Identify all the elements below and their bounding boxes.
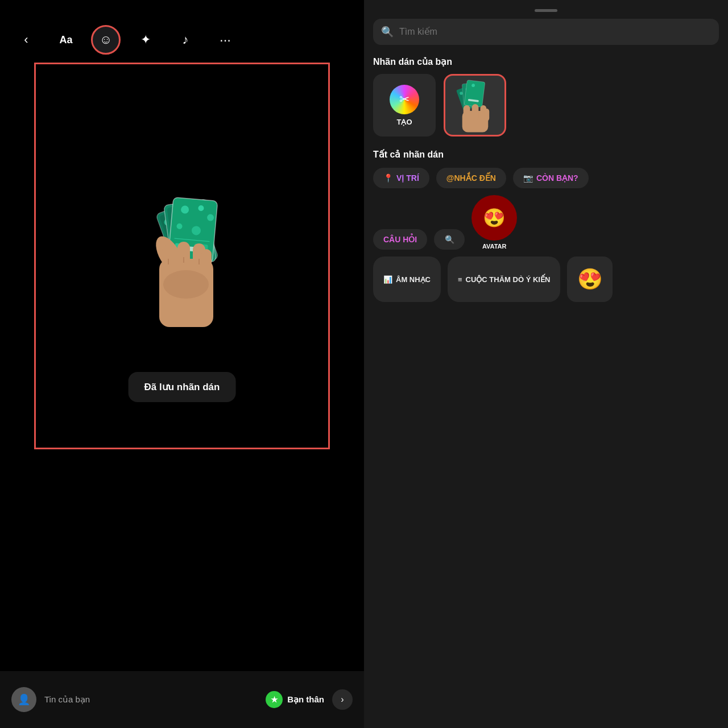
search-bar[interactable]: 🔍 xyxy=(373,19,719,45)
more-icon: ··· xyxy=(220,32,231,48)
music-icon-chip: 📊 xyxy=(383,275,392,284)
sticker-row-1: 📍 VỊ TRÍ @NHẮC ĐẾN 📷 CÒN BẠN? xyxy=(373,168,719,188)
main-image-area: Đã lưu nhãn dán xyxy=(34,63,330,449)
friend-label: CÒN BẠN? xyxy=(536,173,578,183)
emoji-sticker[interactable]: 😍 xyxy=(567,257,613,302)
search-input[interactable] xyxy=(399,27,711,37)
arrow-button[interactable]: › xyxy=(332,689,353,710)
poll-sticker[interactable]: CÂU HỎI xyxy=(373,229,427,250)
search-sticker[interactable]: 🔍 xyxy=(434,229,465,250)
text-button[interactable]: Aa xyxy=(51,25,81,55)
friend-icon: ★ xyxy=(266,691,283,708)
survey-icon: ≡ xyxy=(458,275,462,284)
back-icon: ‹ xyxy=(24,32,28,47)
location-label: VỊ TRÍ xyxy=(396,173,419,183)
all-stickers-title: Tất cả nhãn dán xyxy=(364,147,728,168)
bottom-bar: 👤 Tin của bạn ★ Bạn thân › xyxy=(0,671,364,728)
hand-cards-svg xyxy=(108,171,256,341)
saved-notification: Đã lưu nhãn dán xyxy=(129,372,236,402)
back-button[interactable]: ‹ xyxy=(11,25,41,55)
svg-rect-56 xyxy=(472,104,479,121)
friend-icon-chip: 📷 xyxy=(523,173,533,183)
svg-rect-55 xyxy=(464,105,470,121)
music-label: ÂM NHẠC xyxy=(396,275,431,284)
text-icon: Aa xyxy=(59,34,72,46)
arrow-icon: › xyxy=(341,694,344,705)
sticker-row-3: 📊 ÂM NHẠC ≡ CUỘC THĂM DÒ Ý KIẾN 😍 xyxy=(373,257,719,302)
sticker-icon: ☺ xyxy=(100,32,112,47)
poll-label: CÂU HỎI xyxy=(383,235,417,244)
music-sticker[interactable]: 📊 ÂM NHẠC xyxy=(373,257,441,302)
your-stickers-title: Nhãn dán của bạn xyxy=(364,54,728,74)
mention-label: @NHẮC ĐẾN xyxy=(446,173,496,183)
more-button[interactable]: ··· xyxy=(210,25,240,55)
create-icon: ✂ xyxy=(390,85,419,114)
music-icon: ♪ xyxy=(183,32,189,47)
svg-rect-58 xyxy=(484,108,489,121)
music-button[interactable]: ♪ xyxy=(171,25,200,55)
svg-rect-51 xyxy=(464,80,485,107)
sticker-panel: 🔍 Nhãn dán của bạn ✂ TẠO xyxy=(364,0,728,728)
effects-button[interactable]: ✦ xyxy=(131,25,160,55)
sticker-row-2: CÂU HỎI 🔍 😍 AVATAR xyxy=(373,195,719,250)
panel-handle xyxy=(535,9,557,12)
create-label: TẠO xyxy=(396,118,412,126)
avatar-container: 😍 AVATAR xyxy=(471,195,517,250)
sticker-thumb-inner xyxy=(445,76,504,135)
best-friend-button[interactable]: ★ Bạn thân xyxy=(266,691,324,708)
location-sticker[interactable]: 📍 VỊ TRÍ xyxy=(373,168,429,188)
search-chip-icon: 🔍 xyxy=(445,235,454,244)
avatar-sticker[interactable]: 😍 xyxy=(471,195,517,241)
mention-sticker[interactable]: @NHẮC ĐẾN xyxy=(436,168,506,188)
survey-sticker[interactable]: ≡ CUỘC THĂM DÒ Ý KIẾN xyxy=(448,257,560,302)
effects-icon: ✦ xyxy=(140,32,151,47)
your-stickers-row: ✂ TẠO xyxy=(364,74,728,147)
thumb-sticker-svg xyxy=(445,76,504,135)
sticker-button[interactable]: ☺ xyxy=(91,25,121,55)
survey-label: CUỘC THĂM DÒ Ý KIẾN xyxy=(466,275,551,284)
left-panel: ‹ Aa ☺ ✦ ♪ ··· xyxy=(0,0,364,728)
sticker-image xyxy=(97,159,267,353)
location-icon: 📍 xyxy=(383,173,393,183)
your-story-avatar: 👤 xyxy=(11,687,36,712)
your-story-label: Tin của bạn xyxy=(44,694,90,705)
create-sticker-button[interactable]: ✂ TẠO xyxy=(373,74,436,136)
toolbar: ‹ Aa ☺ ✦ ♪ ··· xyxy=(0,0,364,63)
svg-point-41 xyxy=(163,270,209,299)
user-sticker-thumbnail[interactable] xyxy=(444,74,506,136)
search-icon: 🔍 xyxy=(381,26,394,38)
avatar-label: AVATAR xyxy=(482,243,507,250)
friend-sticker[interactable]: 📷 CÒN BẠN? xyxy=(513,168,589,188)
sticker-grid: 📍 VỊ TRÍ @NHẮC ĐẾN 📷 CÒN BẠN? CÂU HỎI 🔍 … xyxy=(364,168,728,302)
